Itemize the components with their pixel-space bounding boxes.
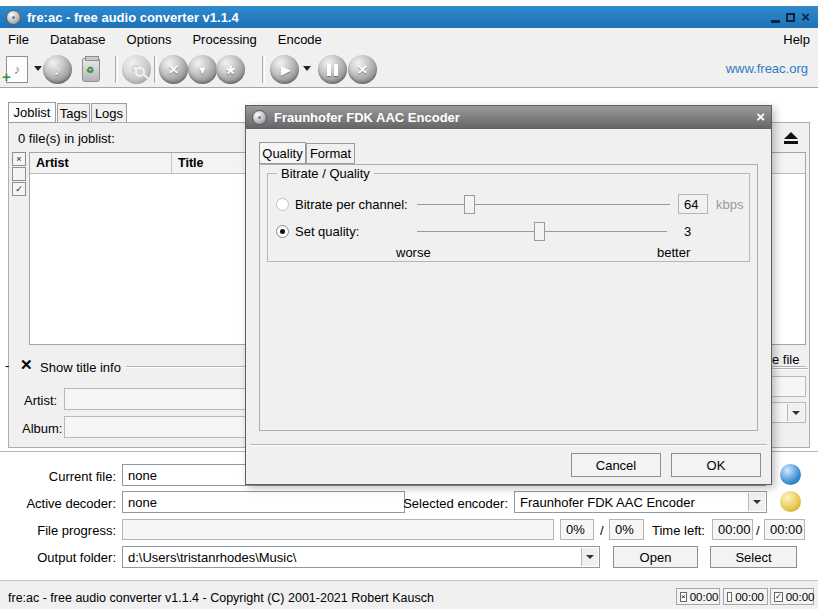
select-all-button[interactable]: ×	[12, 152, 26, 166]
cd-lookup-icon	[122, 55, 151, 84]
status-bar: fre:ac - free audio converter v1.1.4 - C…	[0, 580, 818, 609]
better-label: better	[657, 245, 690, 260]
stop-icon[interactable]: ×	[348, 55, 377, 84]
show-title-info-label[interactable]: Show title info	[40, 360, 121, 375]
freac-website-link[interactable]: www.freac.org	[726, 61, 808, 76]
file-progress-bar	[122, 519, 554, 540]
music-file-icon[interactable]: ♪	[43, 55, 72, 84]
bitrate-label: Bitrate per channel:	[295, 197, 408, 212]
dialog-tab-format[interactable]: Format	[306, 143, 355, 164]
set-quality-radio[interactable]	[276, 225, 289, 238]
add-files-icon[interactable]: ♪ +	[6, 56, 28, 83]
chevron-down-icon[interactable]	[748, 493, 765, 511]
dialog-title: Fraunhofer FDK AAC Encoder	[274, 110, 460, 125]
dialog-title-bar: Fraunhofer FDK AAC Encoder ×	[246, 106, 771, 129]
menu-database[interactable]: Database	[50, 32, 106, 47]
cancel-button[interactable]: Cancel	[571, 453, 661, 477]
time-left-label: Time left:	[652, 523, 705, 538]
select-none-button[interactable]	[12, 167, 26, 181]
eject-icon	[784, 132, 798, 139]
x-box-icon: ×	[680, 592, 687, 602]
menu-options[interactable]: Options	[127, 32, 172, 47]
minimize-icon[interactable]	[771, 20, 780, 23]
eject-disc-button[interactable]	[776, 128, 806, 147]
dialog-close-icon[interactable]: ×	[756, 108, 765, 125]
empty-box-icon	[727, 592, 732, 602]
select-button[interactable]: Select	[710, 546, 797, 568]
bitrate-unit: kbps	[716, 197, 743, 212]
check-box-icon: ✓	[774, 592, 783, 602]
selected-encoder-combo[interactable]: Fraunhofer FDK AAC Encoder	[514, 491, 767, 513]
album-label: Album:	[22, 421, 62, 436]
show-title-info-checkbox[interactable]: ✕	[20, 356, 33, 374]
encoder-settings-icon[interactable]	[780, 491, 801, 512]
selected-encoder-label: Selected encoder:	[400, 496, 508, 511]
menu-encode[interactable]: Encode	[278, 32, 322, 47]
group-label: Bitrate / Quality	[277, 166, 374, 181]
statusbar-cell-1: × 00:00	[676, 588, 720, 605]
play-dropdown-icon[interactable]	[303, 66, 311, 71]
plus-badge-icon: +	[2, 68, 11, 85]
window-title: fre:ac - free audio converter v1.1.4	[27, 10, 239, 25]
slash-separator: /	[756, 523, 760, 538]
open-button[interactable]: Open	[613, 546, 698, 568]
filter-icon[interactable]: ▼	[188, 55, 217, 84]
app-window: fre:ac - free audio converter v1.1.4 × F…	[0, 0, 818, 609]
current-file-label: Current file:	[0, 469, 116, 484]
toolbar-separator	[154, 56, 157, 83]
dialog-tab-quality[interactable]: Quality	[259, 142, 306, 164]
worse-label: worse	[396, 245, 431, 260]
toolbar-separator	[262, 56, 265, 83]
output-folder-combo[interactable]: d:\Users\tristanrhodes\Music\	[122, 546, 600, 568]
menu-help[interactable]: Help	[783, 32, 810, 47]
dialog-logo-icon	[252, 110, 267, 125]
ok-button[interactable]: OK	[671, 453, 761, 477]
close-icon[interactable]: ×	[801, 10, 810, 24]
tab-logs[interactable]: Logs	[91, 103, 127, 123]
divider	[770, 368, 808, 370]
tab-tags[interactable]: Tags	[57, 103, 90, 123]
time-left-total: 00:00	[764, 519, 805, 540]
bitrate-value: 64	[678, 194, 708, 214]
toolbar: ♪ + ♪ ♻ × ▼ * ▶	[0, 50, 818, 88]
add-files-dropdown-icon[interactable]	[34, 66, 42, 71]
tools-icon[interactable]: ×	[159, 55, 188, 84]
play-icon[interactable]: ▶	[270, 55, 299, 84]
bitrate-slider[interactable]	[417, 204, 670, 205]
statusbar-cell-3: ✓ 00:00	[770, 588, 814, 605]
active-decoder-field: none	[122, 491, 405, 513]
joblist-count: 0 file(s) in joblist:	[18, 131, 115, 146]
file-progress-label: File progress:	[0, 523, 116, 538]
toggle-selection-button[interactable]: ✓	[12, 182, 26, 196]
menu-bar: File Database Options Processing Encode …	[0, 28, 818, 50]
chevron-down-icon[interactable]	[581, 548, 598, 566]
total-progress-percent: 0%	[609, 519, 644, 540]
slash-separator: /	[600, 523, 604, 538]
app-logo-icon	[6, 10, 21, 25]
menu-processing[interactable]: Processing	[192, 32, 256, 47]
maximize-icon[interactable]	[786, 13, 795, 22]
chevron-down-icon[interactable]	[787, 404, 804, 421]
quality-slider-handle[interactable]	[534, 222, 545, 241]
gear-icon[interactable]: *	[216, 55, 245, 84]
menu-file[interactable]: File	[8, 32, 29, 47]
column-artist[interactable]: Artist	[30, 153, 172, 173]
filter-shortcut-icon[interactable]	[780, 464, 801, 485]
collapse-handle[interactable]: -	[5, 358, 9, 373]
pause-icon[interactable]	[318, 55, 347, 84]
bitrate-slider-handle[interactable]	[464, 195, 475, 214]
time-left-file: 00:00	[712, 519, 753, 540]
bitrate-quality-group: Bitrate / Quality Bitrate per channel: 6…	[267, 173, 750, 262]
tab-joblist[interactable]: Joblist	[8, 102, 56, 123]
active-decoder-label: Active decoder:	[0, 496, 116, 511]
encoder-config-dialog: Fraunhofer FDK AAC Encoder × Quality For…	[245, 105, 772, 485]
quality-value: 3	[684, 224, 691, 239]
set-quality-label: Set quality:	[295, 224, 359, 239]
delete-icon[interactable]: ♻	[82, 58, 100, 82]
statusbar-text: fre:ac - free audio converter v1.1.4 - C…	[8, 591, 434, 605]
toolbar-separator	[115, 56, 118, 83]
encode-single-file-label[interactable]: e file	[772, 352, 799, 367]
bitrate-radio[interactable]	[276, 198, 289, 211]
file-progress-percent: 0%	[560, 519, 594, 540]
divider	[250, 444, 767, 446]
